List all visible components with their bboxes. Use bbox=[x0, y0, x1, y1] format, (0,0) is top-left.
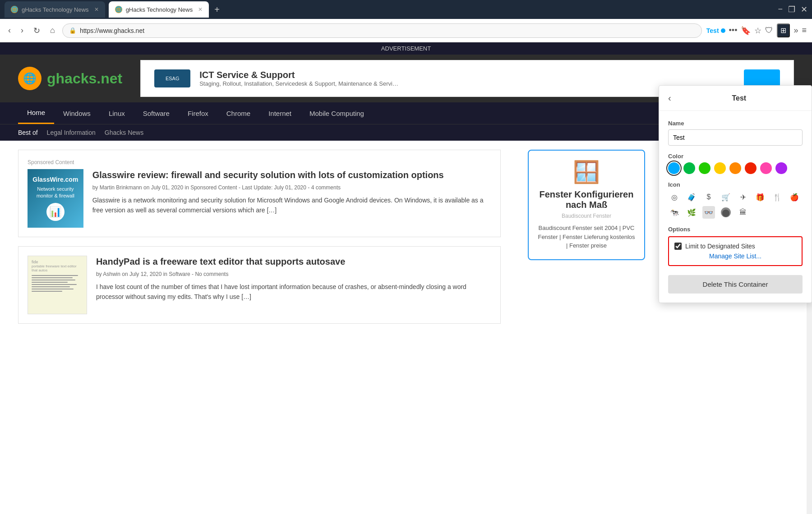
options-label: Options bbox=[668, 226, 803, 233]
sub-nav-best-of[interactable]: Best of bbox=[18, 124, 38, 141]
limit-sites-checkbox[interactable] bbox=[674, 243, 682, 250]
window-ad: 🪟 Fenster Konfigurieren nach Maß Baudisc… bbox=[528, 150, 645, 260]
home-button[interactable]: ⌂ bbox=[47, 24, 58, 37]
shield-button[interactable]: 🛡 bbox=[765, 26, 773, 35]
delete-container-button[interactable]: Delete This Container bbox=[668, 275, 803, 294]
nav-bar: ‹ › ↻ ⌂ 🔒 https://www.ghacks.net Test ••… bbox=[0, 19, 812, 42]
menu-button[interactable]: ≡ bbox=[802, 26, 807, 35]
ad-title: ICT Service & Support bbox=[199, 70, 398, 80]
icon-dollar[interactable]: $ bbox=[702, 191, 715, 203]
nav-internet[interactable]: Internet bbox=[259, 103, 300, 124]
thumb-tagline: Network security monitor & firewall bbox=[32, 186, 79, 200]
color-purple[interactable] bbox=[775, 162, 787, 174]
icon-briefcase[interactable]: 🧳 bbox=[685, 191, 698, 203]
nav-mobile[interactable]: Mobile Computing bbox=[300, 103, 373, 124]
window-ad-company: Baudiscount Fenster bbox=[538, 213, 635, 219]
nav-software[interactable]: Software bbox=[134, 103, 179, 124]
nav-windows[interactable]: Windows bbox=[54, 103, 100, 124]
dots-menu-button[interactable]: ••• bbox=[729, 26, 738, 35]
article-1-content: Glasswire review: firewall and security … bbox=[92, 169, 491, 228]
nav-linux[interactable]: Linux bbox=[100, 103, 134, 124]
icon-fruit[interactable]: 🍎 bbox=[788, 191, 801, 203]
back-button[interactable]: ‹ bbox=[5, 24, 14, 37]
icon-gift[interactable]: 🎁 bbox=[754, 191, 766, 203]
icon-tree[interactable]: 🌿 bbox=[685, 206, 698, 219]
name-input[interactable] bbox=[668, 129, 803, 146]
test-badge[interactable]: Test bbox=[706, 27, 725, 34]
color-blue[interactable] bbox=[668, 162, 680, 174]
nav-firefox[interactable]: Firefox bbox=[179, 103, 217, 124]
nav-chrome[interactable]: Chrome bbox=[217, 103, 259, 124]
window-ad-icon: 🪟 bbox=[538, 160, 635, 185]
tab-1-close[interactable]: ✕ bbox=[94, 6, 99, 13]
test-label: Test bbox=[706, 27, 719, 34]
window-controls: − ❐ ✕ bbox=[778, 5, 807, 14]
color-pink[interactable] bbox=[760, 162, 772, 174]
icon-animal[interactable]: 🐄 bbox=[668, 206, 681, 219]
test-dot bbox=[721, 28, 725, 33]
icon-cart[interactable]: 🛒 bbox=[720, 191, 732, 203]
icon-plane[interactable]: ✈ bbox=[737, 191, 749, 203]
tab-2-close[interactable]: ✕ bbox=[198, 6, 203, 13]
containers-button[interactable]: ⊞ bbox=[777, 23, 790, 37]
nav-home[interactable]: Home bbox=[18, 102, 54, 124]
manage-site-list-link[interactable]: Manage Site List... bbox=[674, 252, 796, 260]
options-box: Limit to Designated Sites Manage Site Li… bbox=[668, 236, 803, 266]
more-button[interactable]: » bbox=[794, 26, 798, 35]
forward-button[interactable]: › bbox=[18, 24, 26, 37]
icon-food[interactable]: 🍴 bbox=[771, 191, 784, 203]
sidebar-right: 🪟 Fenster Konfigurieren nach Maß Baudisc… bbox=[519, 141, 654, 447]
minimize-button[interactable]: − bbox=[778, 5, 783, 14]
pocket-button[interactable]: 🔖 bbox=[741, 26, 751, 36]
esag-logo: ESAG bbox=[154, 69, 190, 87]
sub-nav-news[interactable]: Ghacks News bbox=[105, 124, 143, 141]
color-orange[interactable] bbox=[729, 162, 741, 174]
article-1-title[interactable]: Glasswire review: firewall and security … bbox=[92, 169, 491, 181]
name-label: Name bbox=[668, 120, 803, 127]
address-bar[interactable]: 🔒 https://www.ghacks.net bbox=[62, 23, 702, 38]
site-logo[interactable]: 🌐 ghacks.net bbox=[18, 67, 122, 90]
icon-fence[interactable]: 🏛 bbox=[737, 206, 749, 219]
article-1: Sponsored Content GlassWire.com Network … bbox=[18, 150, 501, 237]
tab-2[interactable]: 🌐 gHacks Technology News ✕ bbox=[109, 1, 209, 18]
color-yellow[interactable] bbox=[714, 162, 726, 174]
color-green[interactable] bbox=[699, 162, 710, 174]
tab-2-favicon: 🌐 bbox=[115, 6, 122, 13]
browser-window: 🌐 gHacks Technology News ✕ 🌐 gHacks Tech… bbox=[0, 0, 812, 514]
refresh-button[interactable]: ↻ bbox=[31, 24, 43, 37]
article-2-excerpt: I have lost count of the number of times… bbox=[96, 282, 491, 302]
articles-area: Sponsored Content GlassWire.com Network … bbox=[0, 141, 519, 447]
color-red[interactable] bbox=[745, 162, 757, 174]
color-teal[interactable] bbox=[683, 162, 695, 174]
maximize-button[interactable]: ❐ bbox=[788, 5, 795, 14]
thumb-site-name: GlassWire.com bbox=[32, 176, 78, 183]
panel-header: ‹ Test bbox=[659, 86, 812, 111]
new-tab-button[interactable]: + bbox=[214, 5, 220, 15]
article-2-meta: by Ashwin on July 12, 2020 in Software -… bbox=[96, 271, 491, 277]
color-row bbox=[668, 162, 803, 174]
icon-circle[interactable]: ⬤ bbox=[721, 207, 731, 217]
close-button[interactable]: ✕ bbox=[801, 5, 807, 14]
lock-icon: 🔒 bbox=[69, 27, 76, 34]
sub-nav-legal[interactable]: Legal Information bbox=[47, 124, 96, 141]
ad-cta[interactable] bbox=[744, 69, 780, 87]
icon-grid: ◎ 🧳 $ 🛒 ✈ 🎁 🍴 🍎 🐄 🌿 👓 ⬤ 🏛 bbox=[668, 191, 803, 219]
options-section: Options Limit to Designated Sites Manage… bbox=[668, 226, 803, 266]
tab-1[interactable]: 🌐 gHacks Technology News ✕ bbox=[5, 1, 105, 18]
logo-icon: 🌐 bbox=[18, 67, 42, 90]
tab-2-label: gHacks Technology News bbox=[126, 6, 193, 13]
icon-glasses[interactable]: 👓 bbox=[702, 206, 715, 219]
url-text: https://www.ghacks.net bbox=[80, 27, 144, 34]
container-panel: ‹ Test Name Color bbox=[659, 85, 812, 303]
article-2: fide portable freeware text editor that … bbox=[18, 246, 501, 324]
ad-subtitle: Staging, Rollout, Installation, Serviced… bbox=[199, 80, 398, 87]
sponsored-label: Sponsored Content bbox=[28, 159, 491, 165]
thumb-title: fide bbox=[32, 260, 83, 264]
article-2-title[interactable]: HandyPad is a freeware text editor that … bbox=[96, 256, 491, 267]
limit-sites-label: Limit to Designated Sites bbox=[685, 243, 755, 250]
panel-back-button[interactable]: ‹ bbox=[668, 93, 671, 103]
icon-fingerprint[interactable]: ◎ bbox=[668, 191, 681, 203]
nav-actions: Test ••• 🔖 ☆ 🛡 ⊞ » ≡ bbox=[706, 23, 807, 37]
tab-1-favicon: 🌐 bbox=[11, 6, 18, 13]
star-button[interactable]: ☆ bbox=[754, 26, 761, 36]
